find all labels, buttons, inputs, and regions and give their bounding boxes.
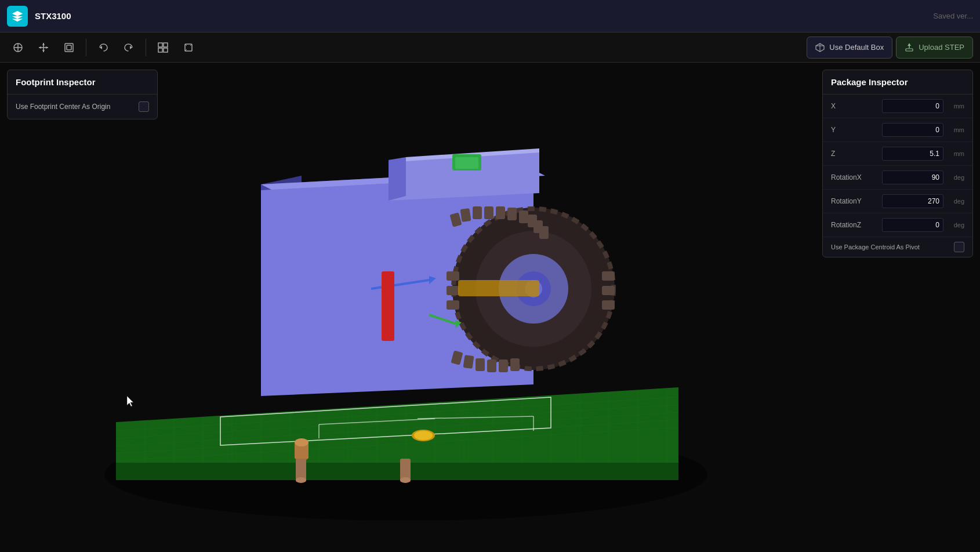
z-field-row: Z mm (823, 142, 972, 166)
svg-rect-78 (473, 206, 482, 219)
svg-rect-15 (158, 48, 162, 52)
footprint-inspector-panel: Footprint Inspector Use Footprint Center… (7, 70, 158, 119)
rotationx-input[interactable] (882, 170, 943, 184)
svg-rect-16 (164, 48, 168, 52)
rotationy-input[interactable] (882, 194, 943, 208)
svg-marker-8 (46, 46, 48, 49)
z-input[interactable] (882, 147, 943, 161)
svg-marker-6 (42, 50, 45, 52)
use-center-row: Use Footprint Center As Origin (8, 95, 157, 119)
svg-rect-88 (476, 358, 485, 371)
use-centroid-label: Use Package Centroid As Pivot (831, 244, 949, 250)
separator-2 (146, 39, 146, 56)
y-label: Y (831, 126, 877, 134)
x-field-row: X mm (823, 95, 972, 118)
rotationz-field-row: RotationZ deg (823, 213, 972, 237)
svg-point-60 (295, 438, 308, 446)
y-unit: mm (948, 126, 964, 133)
svg-rect-98 (458, 280, 539, 296)
rotationz-label: RotationZ (831, 221, 877, 229)
rotationx-field-row: RotationX deg (823, 166, 972, 190)
use-centroid-row: Use Package Centroid As Pivot (823, 237, 972, 257)
svg-rect-82 (519, 210, 528, 223)
redo-btn[interactable] (118, 37, 140, 59)
z-label: Z (831, 150, 877, 158)
svg-rect-92 (602, 271, 615, 281)
svg-rect-97 (447, 300, 459, 310)
svg-rect-81 (507, 208, 517, 220)
z-unit: mm (948, 150, 964, 157)
svg-rect-93 (602, 286, 615, 295)
upload-step-label: Upload STEP (919, 43, 964, 52)
svg-rect-69 (455, 157, 478, 169)
svg-rect-79 (484, 206, 493, 219)
svg-marker-26 (908, 43, 911, 46)
svg-rect-24 (906, 49, 913, 51)
svg-rect-13 (158, 43, 162, 47)
use-center-label: Use Footprint Center As Origin (16, 103, 133, 111)
use-centroid-checkbox[interactable] (954, 242, 964, 252)
footprint-inspector-title: Footprint Inspector (8, 70, 157, 95)
rotationx-unit: deg (948, 174, 964, 181)
separator-1 (86, 39, 86, 56)
y-input[interactable] (882, 123, 943, 137)
upload-step-btn[interactable]: Upload STEP (896, 37, 973, 59)
svg-rect-101 (382, 271, 394, 341)
svg-rect-96 (447, 286, 459, 295)
project-title: STX3100 (35, 11, 71, 21)
move-tool-btn[interactable] (32, 37, 55, 59)
x-input[interactable] (882, 99, 943, 113)
use-center-checkbox[interactable] (139, 101, 149, 112)
rotationy-unit: deg (948, 198, 964, 205)
app-icon (7, 6, 28, 27)
use-default-box-btn[interactable]: Use Default Box (807, 37, 892, 59)
svg-rect-9 (65, 43, 73, 52)
svg-rect-95 (447, 271, 459, 281)
frame-tool-btn[interactable] (58, 37, 80, 59)
svg-rect-10 (67, 45, 71, 50)
rotationy-field-row: RotationY deg (823, 190, 972, 213)
y-field-row: Y mm (823, 118, 972, 142)
undo-btn[interactable] (92, 37, 114, 59)
top-bar: STX3100 Saved ver... (0, 0, 980, 32)
svg-rect-89 (487, 359, 496, 372)
svg-point-105 (296, 477, 306, 483)
view-2d-btn[interactable] (152, 37, 174, 59)
package-inspector-panel: Package Inspector X mm Y mm Z mm Rotatio… (822, 70, 973, 257)
saved-status: Saved ver... (83, 12, 973, 20)
svg-point-107 (400, 477, 411, 483)
use-default-box-label: Use Default Box (829, 43, 884, 52)
main-area: Footprint Inspector Use Footprint Center… (0, 63, 980, 552)
rotationy-label: RotationY (831, 197, 877, 205)
rotationz-unit: deg (948, 221, 964, 228)
x-unit: mm (948, 103, 964, 110)
rotationx-label: RotationX (831, 173, 877, 181)
svg-rect-90 (499, 359, 508, 372)
svg-rect-14 (164, 43, 168, 47)
view-3d-btn[interactable] (177, 37, 199, 59)
toolbar: Use Default Box Upload STEP (0, 32, 980, 63)
svg-rect-80 (496, 206, 505, 219)
x-label: X (831, 102, 877, 110)
svg-rect-94 (602, 300, 615, 310)
select-tool-btn[interactable] (7, 37, 29, 59)
svg-marker-29 (116, 463, 678, 480)
svg-rect-77 (460, 208, 471, 222)
rotationz-input[interactable] (882, 218, 943, 232)
svg-point-57 (414, 431, 433, 440)
package-inspector-title: Package Inspector (823, 70, 972, 95)
svg-rect-85 (539, 226, 549, 239)
svg-marker-5 (42, 43, 45, 45)
svg-rect-91 (510, 358, 520, 371)
svg-rect-87 (463, 355, 474, 369)
svg-marker-7 (39, 46, 41, 49)
svg-marker-66 (389, 157, 406, 201)
